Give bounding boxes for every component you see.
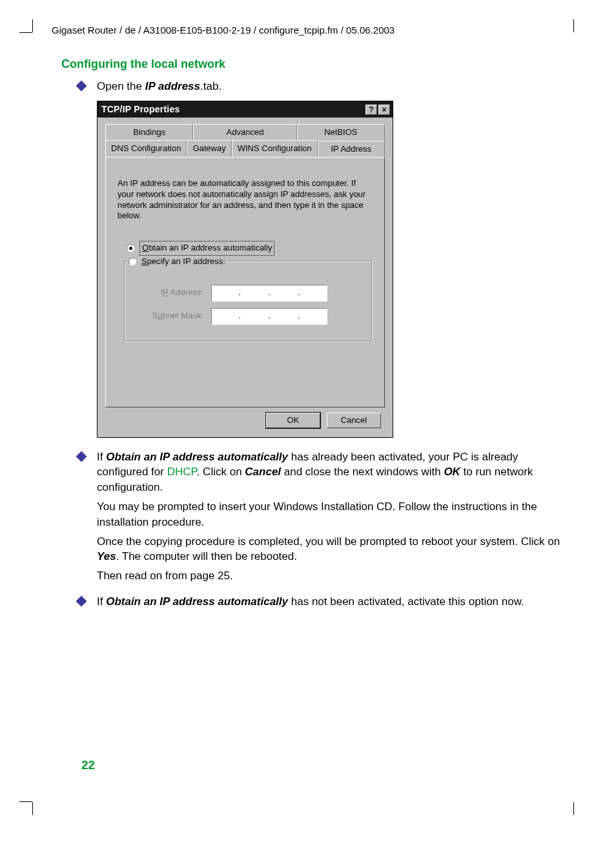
crop-mark bbox=[32, 19, 33, 32]
tab-dns-configuration[interactable]: DNS Configuration bbox=[105, 140, 187, 157]
header-path: Gigaset Router / de / A31008-E105-B100-2… bbox=[52, 23, 564, 37]
ip-address-label: IP Address: bbox=[135, 287, 203, 298]
bullet-icon bbox=[76, 81, 87, 92]
crop-mark bbox=[32, 802, 33, 815]
crop-mark bbox=[19, 801, 32, 802]
tab-gateway[interactable]: Gateway bbox=[187, 140, 231, 157]
radio-icon[interactable] bbox=[128, 258, 136, 265]
tcpip-properties-dialog: TCP/IP Properties ? × Bindings Advanced … bbox=[97, 101, 393, 438]
dhcp-link[interactable]: DHCP bbox=[167, 466, 197, 478]
panel-description: An IP address can be automatically assig… bbox=[118, 178, 373, 222]
radio-label: Obtain an IP address automatically bbox=[139, 241, 274, 255]
tab-netbios[interactable]: NetBIOS bbox=[297, 124, 385, 140]
subnet-mask-input[interactable]: ... bbox=[211, 308, 327, 325]
crop-mark bbox=[19, 32, 32, 33]
tab-bindings[interactable]: Bindings bbox=[105, 124, 193, 140]
section-title: Configuring the local network bbox=[61, 56, 225, 72]
help-button[interactable]: ? bbox=[365, 105, 377, 115]
dialog-title: TCP/IP Properties bbox=[100, 103, 364, 116]
radio-icon bbox=[127, 244, 134, 252]
crop-mark bbox=[573, 19, 574, 32]
radio-obtain-auto[interactable]: Obtain an IP address automatically bbox=[127, 241, 373, 255]
subnet-mask-label: Subnet Mask: bbox=[135, 310, 203, 322]
bullet-icon bbox=[76, 451, 87, 462]
specify-ip-groupbox: Specify an IP address: IP Address: ... S… bbox=[124, 261, 373, 342]
radio-specify-label[interactable]: Specify an IP address: bbox=[141, 256, 225, 267]
bullet-activate-now: If Obtain an IP address automatically ha… bbox=[97, 594, 564, 610]
page-number: 22 bbox=[81, 757, 95, 774]
close-button[interactable]: × bbox=[378, 105, 390, 115]
tab-advanced[interactable]: Advanced bbox=[193, 124, 296, 140]
tab-wins-configuration[interactable]: WINS Configuration bbox=[232, 140, 318, 157]
ok-button[interactable]: OK bbox=[266, 413, 320, 428]
bullet-icon bbox=[76, 595, 87, 606]
cancel-button[interactable]: Cancel bbox=[327, 413, 381, 428]
crop-mark bbox=[573, 802, 574, 815]
tab-panel-ip-address: An IP address can be automatically assig… bbox=[105, 157, 385, 407]
bullet-dhcp-info: If Obtain an IP address automatically ha… bbox=[97, 449, 564, 588]
bullet-open-ip-tab: Open the IP address.tab. bbox=[97, 79, 564, 94]
dialog-titlebar: TCP/IP Properties ? × bbox=[98, 101, 393, 118]
tab-ip-address[interactable]: IP Address bbox=[318, 141, 385, 158]
ip-address-input[interactable]: ... bbox=[211, 285, 327, 302]
